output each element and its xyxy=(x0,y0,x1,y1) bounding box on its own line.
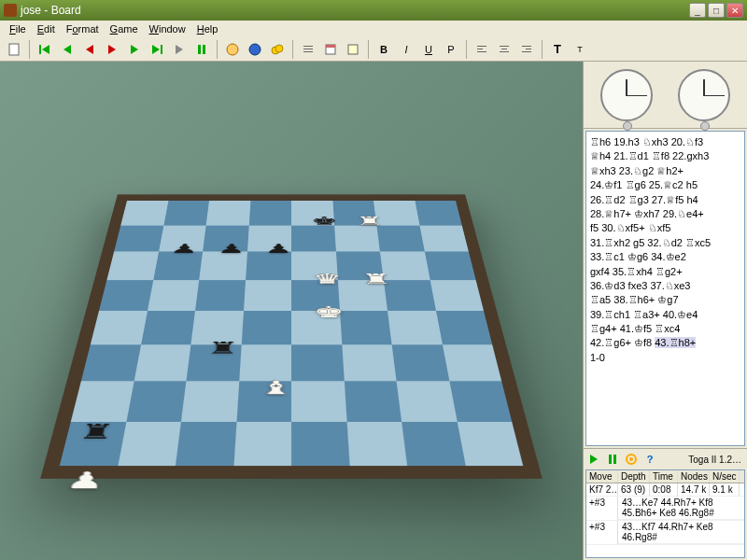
white-clock[interactable] xyxy=(600,69,653,121)
svg-rect-17 xyxy=(303,49,313,49)
new-button[interactable] xyxy=(4,39,24,60)
svg-rect-23 xyxy=(477,49,483,49)
svg-rect-28 xyxy=(522,46,531,47)
black-clock[interactable] xyxy=(678,69,730,121)
italic-button[interactable]: I xyxy=(396,39,416,60)
engine-panel: ? Toga II 1.2… Move Depth Time Nodes N/s… xyxy=(584,448,747,560)
engine-cell-nsec: 9.1 k xyxy=(710,483,740,496)
engine-settings-button[interactable] xyxy=(623,451,640,468)
notation-line[interactable]: 39.♖ch1 ♖a3+ 40.♔e4 xyxy=(590,309,698,320)
globe-icon[interactable] xyxy=(222,39,243,60)
notation-line[interactable]: ♕xh3 23.♘g2 ♕h2+ xyxy=(590,165,684,176)
menu-format[interactable]: Format xyxy=(61,22,105,35)
current-move[interactable]: 43.♖h8+ xyxy=(655,337,696,348)
notation-panel[interactable]: ♖h6 19.h3 ♘xh3 20.♘f3♕h4 21.♖d1 ♖f8 22.g… xyxy=(585,131,745,446)
piece-bk[interactable]: ♚ xyxy=(311,216,338,228)
next-red-button[interactable] xyxy=(102,39,122,60)
notation-line[interactable]: ♕h4 21.♖d1 ♖f8 22.gxh3 xyxy=(590,150,709,161)
svg-rect-0 xyxy=(9,44,19,55)
board-area[interactable]: ♚♜♟♟♟♛♜♚♜♝♜♟ xyxy=(0,62,583,560)
app-icon xyxy=(4,4,17,17)
notation-line[interactable]: 36.♔d3 fxe3 37.♘xe3 xyxy=(590,280,690,291)
svg-rect-30 xyxy=(522,51,531,52)
prev-red-button[interactable] xyxy=(79,39,100,60)
align-right-icon[interactable] xyxy=(516,39,537,60)
piece-bp[interactable]: ♟ xyxy=(217,243,246,256)
align-left-icon[interactable] xyxy=(472,39,492,60)
notation-line[interactable]: 24.♔f1 ♖g6 25.♕c2 h5 xyxy=(590,179,698,190)
notation-line[interactable]: ♖a5 38.♖h6+ ♔g7 xyxy=(590,294,679,305)
prev-green-button[interactable] xyxy=(57,39,78,60)
engine-pause-button[interactable] xyxy=(604,451,621,468)
align-center-icon[interactable] xyxy=(494,39,514,60)
piece-wk[interactable]: ♚ xyxy=(313,304,344,319)
piece-br[interactable]: ♜ xyxy=(76,422,115,442)
svg-rect-33 xyxy=(613,455,616,464)
svg-rect-10 xyxy=(198,45,201,54)
globe2-icon[interactable] xyxy=(245,39,265,60)
engine-cell-move: Kf7 2… xyxy=(586,483,618,496)
bold-button[interactable]: B xyxy=(374,39,394,60)
menu-help[interactable]: Help xyxy=(191,22,224,35)
svg-rect-22 xyxy=(477,46,486,47)
play-button[interactable] xyxy=(169,39,190,60)
underline-button[interactable]: U xyxy=(418,39,439,60)
note-icon[interactable] xyxy=(343,39,363,60)
piece-br[interactable]: ♜ xyxy=(205,340,238,357)
close-button[interactable]: ✕ xyxy=(726,3,743,18)
piece-bp[interactable]: ♟ xyxy=(264,243,292,256)
col-time[interactable]: Time xyxy=(650,470,678,483)
notation-line[interactable]: ♖h6 19.h3 ♘xh3 20.♘f3 xyxy=(590,136,703,147)
menu-game[interactable]: Game xyxy=(105,22,144,35)
svg-marker-2 xyxy=(42,45,49,54)
svg-marker-4 xyxy=(86,45,93,54)
engine-cell-depth: 63 (9) xyxy=(618,483,650,496)
last-button[interactable] xyxy=(147,39,167,60)
svg-rect-26 xyxy=(501,49,507,49)
game-result: 1-0 xyxy=(590,351,740,365)
menu-edit[interactable]: Edit xyxy=(32,22,61,35)
svg-marker-9 xyxy=(176,45,183,54)
notation-line[interactable]: 42.♖g6+ ♔f8 xyxy=(590,337,655,348)
notation-line[interactable]: gxf4 35.♖xh4 ♖g2+ xyxy=(590,266,683,277)
engine-help-button[interactable]: ? xyxy=(641,451,658,468)
window-title: jose - Board xyxy=(21,4,687,17)
svg-rect-24 xyxy=(477,51,486,52)
maximize-button[interactable]: □ xyxy=(708,3,725,18)
toolbar: B I U P T T xyxy=(0,37,747,62)
menu-file[interactable]: File xyxy=(4,22,32,35)
col-depth[interactable]: Depth xyxy=(618,470,650,483)
piece-wq[interactable]: ♛ xyxy=(312,273,341,287)
engine-play-button[interactable] xyxy=(585,451,602,468)
calendar-icon[interactable] xyxy=(320,39,341,60)
piece-wp[interactable]: ♟ xyxy=(63,469,106,492)
pv-line: 43…Ke7 44.Rh7+ Kf8 45.Bh6+ Ke8 46.Rg8# xyxy=(618,497,744,520)
notation-line[interactable]: 28.♕h7+ ♔xh7 29.♘e4+ xyxy=(590,208,704,219)
col-nodes[interactable]: Nodes xyxy=(678,470,710,483)
pause-button[interactable] xyxy=(191,39,212,60)
coins-icon[interactable] xyxy=(267,39,288,60)
piece-wb[interactable]: ♝ xyxy=(259,379,292,398)
notation-line[interactable]: 31.♖xh2 g5 32.♘d2 ♖xc5 xyxy=(590,237,711,248)
menu-window[interactable]: Window xyxy=(144,22,191,35)
notation-line[interactable]: 26.♖d2 ♖g3 27.♕f5 h4 xyxy=(590,194,698,205)
piece-wr[interactable]: ♜ xyxy=(356,216,384,228)
notation-line[interactable]: ♖g4+ 41.♔f5 ♖xc4 xyxy=(590,323,680,334)
piece-wr[interactable]: ♜ xyxy=(360,273,390,287)
col-nsec[interactable]: N/sec xyxy=(710,470,740,483)
list-icon[interactable] xyxy=(298,39,318,60)
main-area: ♚♜♟♟♟♛♜♚♜♝♜♟ ♖h6 19.h3 ♘xh3 20.♘f3♕h4 21… xyxy=(0,62,747,560)
notation-line[interactable]: f5 30.♘xf5+ ♘xf5 xyxy=(590,222,670,233)
col-move[interactable]: Move xyxy=(586,470,618,483)
piece-bp[interactable]: ♟ xyxy=(169,243,198,256)
chess-board[interactable]: ♚♜♟♟♟♛♜♚♜♝♜♟ xyxy=(40,194,543,478)
engine-table[interactable]: Move Depth Time Nodes N/sec Kf7 2…63 (9)… xyxy=(585,469,745,558)
font-size-down-icon[interactable]: T xyxy=(570,39,590,60)
notation-line[interactable]: 33.♖c1 ♔g6 34.♔e2 xyxy=(590,251,686,262)
first-button[interactable] xyxy=(35,39,55,60)
font-size-up-icon[interactable]: T xyxy=(547,39,568,60)
svg-point-12 xyxy=(227,44,238,55)
plain-button[interactable]: P xyxy=(441,39,461,60)
next-green-button[interactable] xyxy=(124,39,145,60)
minimize-button[interactable]: _ xyxy=(689,3,706,18)
